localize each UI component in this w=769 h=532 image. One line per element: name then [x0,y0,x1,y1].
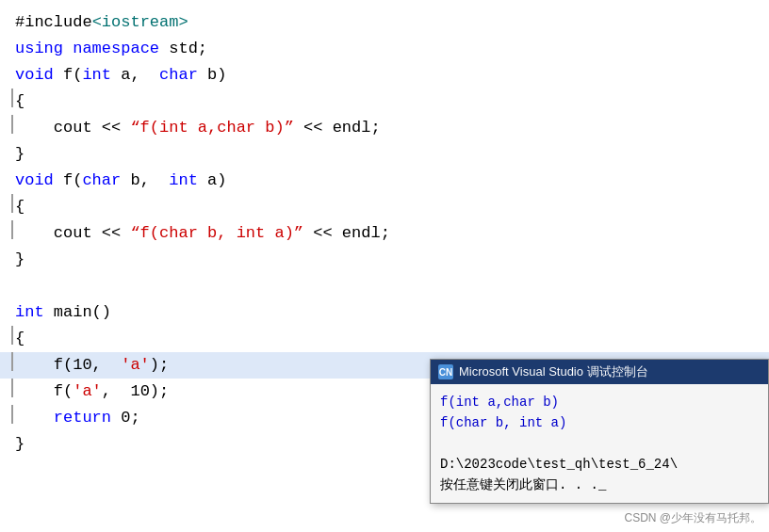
code-line-3: void f(int a, char b) [0,62,769,89]
code-text-3: void f(int a, char b) [15,62,226,89]
code-line-11 [0,273,769,299]
code-line-10: } [0,247,769,273]
code-text-16: return 0; [15,405,140,431]
code-text-6: } [15,141,25,168]
console-icon: CN [438,364,453,379]
code-line-8: { [0,194,769,220]
code-line-12: int main() [0,299,769,326]
code-line-4: { [0,89,769,115]
console-titlebar: CN Microsoft Visual Studio 调试控制台 [431,360,768,384]
console-body: f(int a,char b) f(char b, int a) D:\2023… [431,384,768,503]
code-text-12: int main() [15,299,111,326]
code-line-6: } [0,141,769,168]
console-output-3 [440,433,759,454]
code-editor: #include<iostream> using namespace std; … [0,0,769,532]
gutter-4 [8,89,15,107]
code-line-2: using namespace std; [0,36,769,62]
watermark: CSDN @少年没有马托邦。 [624,510,761,526]
code-text-5: cout << “f(int a,char b)” << endl; [15,115,381,141]
console-window: CN Microsoft Visual Studio 调试控制台 f(int a… [430,359,769,504]
gutter-5 [8,115,15,134]
console-title: Microsoft Visual Studio 调试控制台 [459,363,648,380]
gutter-13 [8,326,15,345]
code-text-14: f(10, 'a'); [15,352,169,379]
code-line-5: cout << “f(int a,char b)” << endl; [0,115,769,141]
code-text-13: { [15,326,25,352]
code-text-1: #include<iostream> [15,9,188,36]
code-text-4: { [15,89,25,115]
code-text-8: { [15,194,25,220]
code-text-7: void f(char b, int a) [15,168,226,194]
gutter-8 [8,194,15,213]
gutter-15 [8,379,15,397]
code-text-2: using namespace std; [15,36,207,62]
console-output-4: D:\2023code\test_qh\test_6_24\ [440,454,759,475]
code-text-9: cout << “f(char b, int a)” << endl; [15,220,390,247]
code-line-9: cout << “f(char b, int a)” << endl; [0,220,769,247]
console-output-5: 按任意键关闭此窗口. . ._ [440,475,759,495]
console-output-1: f(int a,char b) [440,392,759,412]
gutter-16 [8,405,15,424]
code-text-17: } [15,431,25,458]
code-line-13: { [0,326,769,352]
code-text-10: } [15,247,25,273]
code-line-1: #include<iostream> [0,9,769,36]
console-output-2: f(char b, int a) [440,412,759,433]
code-line-7: void f(char b, int a) [0,168,769,194]
code-text-15: f('a', 10); [15,379,169,405]
gutter-9 [8,220,15,239]
gutter-14 [8,352,15,371]
